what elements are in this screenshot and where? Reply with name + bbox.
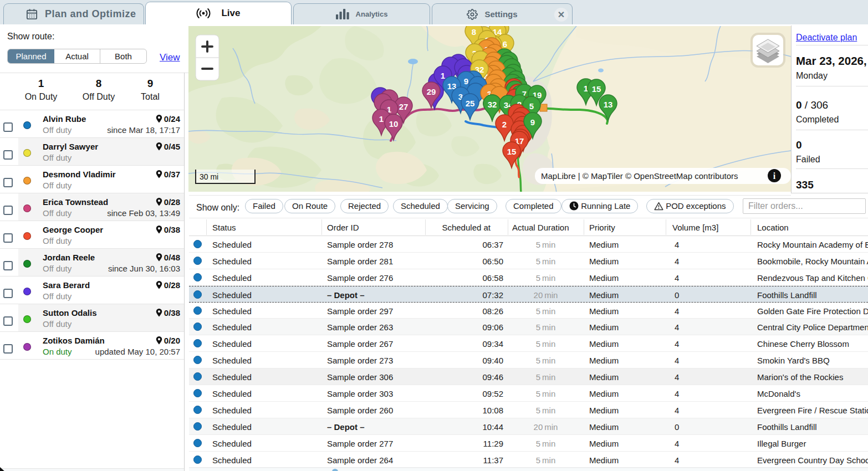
svg-text:15: 15 [507, 147, 517, 156]
svg-text:10: 10 [389, 119, 399, 129]
svg-text:9: 9 [530, 117, 535, 127]
svg-text:25: 25 [466, 99, 475, 108]
svg-text:13: 13 [604, 100, 613, 109]
svg-text:30 mi: 30 mi [200, 172, 218, 181]
svg-text:9: 9 [464, 76, 468, 86]
svg-text:2: 2 [502, 120, 507, 129]
svg-text:8: 8 [472, 27, 476, 37]
svg-text:1: 1 [379, 114, 384, 124]
svg-text:5: 5 [529, 101, 534, 111]
svg-text:32: 32 [488, 100, 497, 109]
svg-text:1: 1 [441, 71, 445, 80]
svg-text:15: 15 [592, 84, 601, 94]
svg-text:6: 6 [503, 39, 507, 49]
svg-text:29: 29 [427, 87, 436, 96]
svg-text:MapLibre | © MapTiler © OpenSt: MapLibre | © MapTiler © OpenStreetMap co… [541, 171, 738, 181]
svg-text:27: 27 [399, 102, 409, 111]
svg-text:i: i [773, 171, 776, 181]
